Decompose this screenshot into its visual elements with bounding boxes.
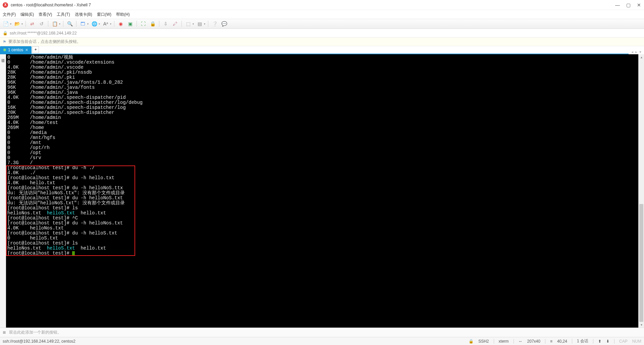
download-icon[interactable]: ⬇ <box>606 339 609 344</box>
chevron-down-icon[interactable]: ▾ <box>110 22 111 25</box>
separator <box>593 339 593 344</box>
tab-next-button[interactable]: ▸ <box>635 50 637 54</box>
quick-button-hint: 双击此处添加一个新的按钮。 <box>9 330 61 335</box>
globe-button[interactable]: 🌐 <box>91 20 98 27</box>
tabbar: 1 centos ✕ + ◂ ▸ ▾ <box>0 46 644 54</box>
separator <box>76 21 76 27</box>
scrollbar[interactable]: ▴ ▾ <box>638 54 644 328</box>
find-button[interactable]: 🔍 <box>66 20 73 27</box>
status-term: xterm <box>499 339 509 344</box>
terminal[interactable]: 0 /home/admin/视频 0 /home/admin/.vscode/e… <box>6 54 638 328</box>
scroll-lock-button[interactable]: ⇩ <box>162 20 169 27</box>
separator <box>181 21 182 27</box>
upload-icon[interactable]: ⬆ <box>598 339 601 344</box>
chevron-down-icon[interactable]: ▾ <box>59 22 60 25</box>
toolbar: 📄▾ 📂▾ ⇄ ↺ 📋▾ 🔍 🗔▾ 🌐▾ Aᵃ▾ ◉ ▣ ⛶ 🔒 ⇩ 🖍 ⬚▾ … <box>0 19 644 29</box>
chevron-down-icon[interactable]: ▾ <box>87 22 89 25</box>
close-button[interactable]: ✕ <box>637 3 641 7</box>
tab-nav: ◂ ▸ ▾ <box>629 50 644 54</box>
menu-edit[interactable]: 编辑(E) <box>20 12 34 17</box>
disconnect-button[interactable]: ⇄ <box>29 20 36 27</box>
status-sessions: 1 会话 <box>577 338 588 344</box>
status-term-size: 207x40 <box>527 339 540 344</box>
tile-h-button[interactable]: ⬚ <box>184 20 192 27</box>
separator <box>137 21 137 27</box>
status-num: NUM <box>632 339 641 344</box>
separator <box>545 339 545 344</box>
status-cap: CAP <box>619 339 628 344</box>
menu-file[interactable]: 文件(F) <box>3 12 16 17</box>
separator <box>159 21 159 27</box>
statusbar: ssh://root@192.168.244.149:22, centos2 🔒… <box>0 337 644 345</box>
separator <box>48 21 48 27</box>
separator <box>114 21 114 27</box>
feedback-button[interactable]: 💬 <box>220 20 228 27</box>
chevron-down-icon[interactable]: ▾ <box>193 22 194 25</box>
menu-tabs[interactable]: 选项卡(B) <box>75 12 92 17</box>
tab-label: 1 centos <box>8 48 23 52</box>
menu-tools[interactable]: 工具(T) <box>57 12 70 17</box>
tab-prev-button[interactable]: ◂ <box>631 50 633 54</box>
address-text: ssh://root:******@192.168.244.149:22 <box>10 31 77 36</box>
tile-v-button[interactable]: ▤ <box>196 20 203 27</box>
fullscreen-button[interactable]: ⛶ <box>140 20 147 27</box>
quick-button-bar[interactable]: ≡ 双击此处添加一个新的按钮。 <box>0 328 644 337</box>
lock-icon: 🔒 <box>3 31 8 36</box>
separator <box>25 21 26 27</box>
xshell-icon[interactable]: ◉ <box>117 20 124 27</box>
properties-button[interactable]: 🗔 <box>79 20 87 27</box>
font-button[interactable]: Aᵃ <box>102 20 109 27</box>
maximize-button[interactable]: ▢ <box>626 3 631 7</box>
lock-icon: 🔒 <box>469 339 474 344</box>
chevron-down-icon[interactable]: ▾ <box>204 22 205 25</box>
scroll-up-button[interactable]: ▴ <box>639 54 644 60</box>
tab-centos[interactable]: 1 centos ✕ <box>0 46 32 54</box>
menu-view[interactable]: 查看(V) <box>39 12 52 17</box>
chevron-down-icon[interactable]: ▾ <box>10 22 11 25</box>
open-button[interactable]: 📂 <box>13 20 21 27</box>
tab-close-button[interactable]: ✕ <box>25 48 28 52</box>
menubar: 文件(F) 编辑(E) 查看(V) 工具(T) 选项卡(B) 窗口(W) 帮助(… <box>0 10 644 19</box>
menu-help[interactable]: 帮助(H) <box>116 12 130 17</box>
separator <box>614 339 614 344</box>
main: 会话管理器 0 /home/admin/视频 0 /home/admin/.vs… <box>0 54 644 328</box>
status-cursor: 40,24 <box>557 339 567 344</box>
window-title: centos - root@localhost:/home/test - Xsh… <box>11 3 615 7</box>
app-icon: X <box>3 2 8 8</box>
minimize-button[interactable]: ― <box>615 3 620 7</box>
session-manager-handle[interactable]: 会话管理器 <box>0 54 6 328</box>
highlight-button[interactable]: 🖍 <box>171 20 179 27</box>
copy-button[interactable]: 📋 <box>51 20 58 27</box>
xftp-button[interactable]: ▣ <box>126 20 134 27</box>
menu-icon[interactable]: ≡ <box>3 330 6 336</box>
tab-list-button[interactable]: ▾ <box>639 50 641 54</box>
titlebar: X centos - root@localhost:/home/test - X… <box>0 0 644 10</box>
hint-text: 要添加当前会话，点击左侧的箭头按钮。 <box>8 39 81 45</box>
hintbar: ⚑ 要添加当前会话，点击左侧的箭头按钮。 <box>0 38 644 46</box>
chevron-down-icon[interactable]: ▾ <box>21 22 23 25</box>
new-session-button[interactable]: 📄 <box>2 20 9 27</box>
help-button[interactable]: ❔ <box>211 20 218 27</box>
separator <box>494 339 494 344</box>
terminal-wrap: 0 /home/admin/视频 0 /home/admin/.vscode/e… <box>6 54 638 328</box>
status-ssh: SSH2 <box>478 339 489 344</box>
separator <box>63 21 63 27</box>
scroll-thumb[interactable] <box>639 204 643 322</box>
reconnect-button[interactable]: ↺ <box>38 20 45 27</box>
menu-window[interactable]: 窗口(W) <box>97 12 111 17</box>
window-controls: ― ▢ ✕ <box>615 3 641 7</box>
separator <box>208 21 208 27</box>
separator <box>572 339 572 344</box>
new-tab-button[interactable]: + <box>32 46 39 53</box>
scroll-track[interactable] <box>639 60 644 322</box>
chevron-down-icon[interactable]: ▾ <box>99 22 100 25</box>
lock-button[interactable]: 🔒 <box>149 20 156 27</box>
flag-icon[interactable]: ⚑ <box>3 40 6 44</box>
resize-icon: ↔ <box>519 339 523 344</box>
cursor-pos-icon: ≡ <box>550 339 552 344</box>
scroll-down-button[interactable]: ▾ <box>639 322 644 328</box>
status-dot-icon <box>3 49 6 51</box>
separator <box>514 339 514 344</box>
status-connection: ssh://root@192.168.244.149:22, centos2 <box>3 339 469 344</box>
addressbar[interactable]: 🔒 ssh://root:******@192.168.244.149:22 <box>0 29 644 38</box>
